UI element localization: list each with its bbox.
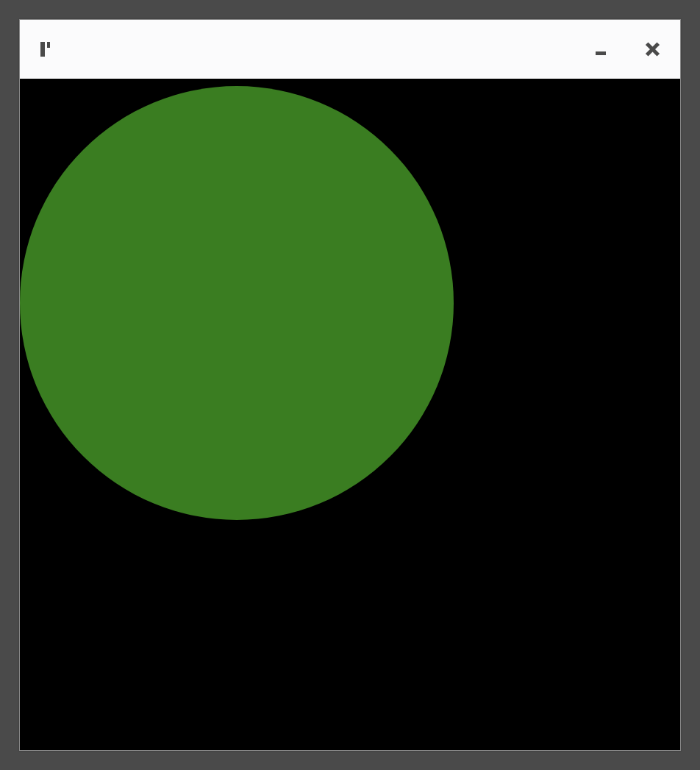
- close-icon: [645, 42, 660, 57]
- titlebar-controls: [593, 42, 660, 57]
- minimize-icon: [596, 51, 606, 55]
- green-circle: [20, 86, 454, 520]
- application-window: [19, 19, 681, 751]
- minimize-button[interactable]: [593, 42, 608, 57]
- window-titlebar[interactable]: [20, 20, 680, 79]
- app-icon: [40, 42, 52, 57]
- titlebar-left: [40, 42, 60, 57]
- close-button[interactable]: [645, 42, 660, 57]
- canvas-area[interactable]: [20, 79, 680, 750]
